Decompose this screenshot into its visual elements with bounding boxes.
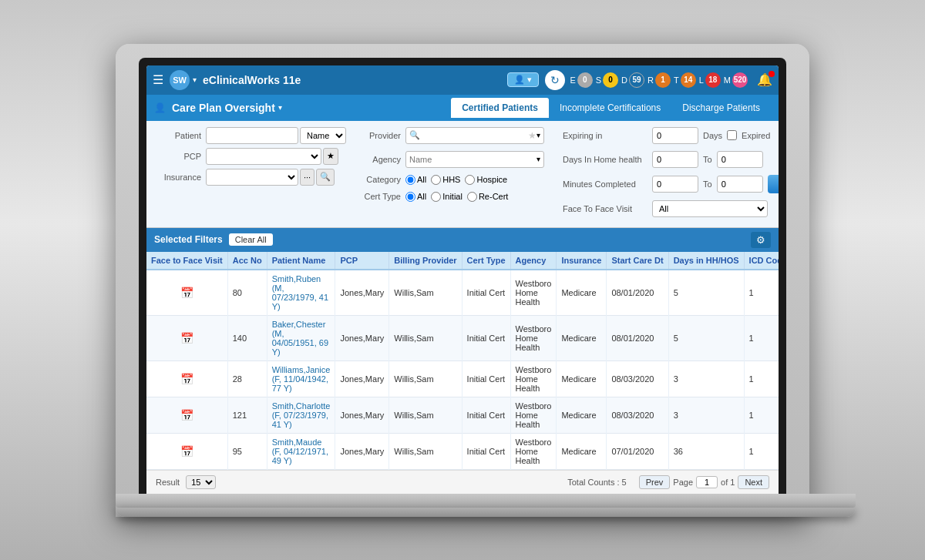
cell-icd-code: 1	[744, 315, 779, 360]
face-visit-icon[interactable]: 📅	[180, 445, 193, 458]
tab-discharge-patients[interactable]: Discharge Patients	[671, 98, 771, 118]
face-visit-select[interactable]: All	[652, 200, 768, 217]
cell-insurance: Medicare	[557, 270, 607, 316]
next-button[interactable]: Next	[738, 475, 769, 489]
badge-e-label: E	[570, 75, 575, 85]
cell-patient-name: Williams,Janice (F, 11/04/1942, 77 Y)	[267, 360, 335, 397]
cell-pcp: Jones,Mary	[335, 433, 389, 469]
patient-name-link[interactable]: Smith,Ruben (M, 07/23/1979, 41 Y)	[272, 274, 328, 311]
cert-all-label[interactable]: All	[405, 192, 426, 202]
cell-cert-type: Initial Cert	[462, 397, 510, 433]
col-acc-no: Acc No	[227, 252, 267, 270]
category-all-radio[interactable]	[405, 175, 415, 185]
cell-face-visit[interactable]: 📅	[146, 315, 227, 360]
module-dropdown-icon[interactable]: ▾	[278, 103, 282, 112]
category-hospice-radio[interactable]	[465, 175, 475, 185]
cell-pcp: Jones,Mary	[335, 315, 389, 360]
provider-input[interactable]	[420, 131, 528, 140]
patient-name-link[interactable]: Smith,Charlotte (F, 07/23/1979, 41 Y)	[272, 401, 331, 429]
cell-cert-type: Initial Cert	[462, 360, 510, 397]
category-hhs-label[interactable]: HHS	[431, 175, 460, 185]
minutes-completed-input[interactable]	[652, 176, 698, 193]
face-visit-icon[interactable]: 📅	[180, 373, 193, 385]
cell-patient-name: Smith,Maude (F, 04/12/1971, 49 Y)	[267, 433, 335, 469]
tab-certified-patients[interactable]: Certified Patients	[451, 98, 549, 118]
pcp-select[interactable]	[206, 148, 321, 165]
insurance-select[interactable]	[206, 169, 298, 186]
badge-s-label: S	[596, 75, 601, 85]
pcp-favorite-button[interactable]: ★	[323, 148, 338, 165]
badge-l-value: 18	[705, 72, 721, 88]
category-all-label[interactable]: All	[405, 175, 426, 185]
cell-face-visit[interactable]: 📅	[146, 270, 227, 316]
cell-insurance: Medicare	[557, 360, 607, 397]
insurance-search-button[interactable]: 🔍	[316, 169, 335, 186]
user-dropdown-icon[interactable]: ▾	[193, 75, 197, 84]
filter-area: Patient Name PCP	[146, 121, 779, 228]
agency-dropdown-icon[interactable]: ▾	[536, 155, 540, 163]
agency-filter-row: Agency ▾	[355, 151, 544, 168]
clear-all-button[interactable]: Clear All	[229, 233, 273, 246]
expiring-input[interactable]	[652, 127, 698, 144]
face-visit-icon[interactable]: 📅	[180, 409, 193, 421]
prev-button[interactable]: Prev	[639, 475, 671, 489]
sub-nav: 👤 Care Plan Oversight ▾ Certified Patien…	[146, 95, 779, 121]
patient-name-link[interactable]: Baker,Chester (M, 04/05/1951, 69 Y)	[272, 320, 328, 357]
days-home-health-to-input[interactable]	[717, 151, 763, 168]
table-row: 📅 121 Smith,Charlotte (F, 07/23/1979, 41…	[146, 397, 779, 433]
notification-button[interactable]: 🔔	[757, 72, 772, 87]
patient-name-link[interactable]: Smith,Maude (F, 04/12/1971, 49 Y)	[272, 438, 328, 465]
insurance-more-button[interactable]: ···	[300, 169, 314, 186]
user-icon: 👤	[514, 75, 525, 85]
cell-face-visit[interactable]: 📅	[146, 360, 227, 397]
filter-left: Patient Name PCP	[156, 127, 346, 221]
days-home-health-input[interactable]	[652, 151, 698, 168]
pcp-label: PCP	[156, 152, 206, 161]
cert-all-radio[interactable]	[405, 192, 415, 202]
page-nav: Prev Page of 1 Next	[639, 475, 769, 489]
hamburger-icon[interactable]: ☰	[153, 72, 163, 87]
cell-face-visit[interactable]: 📅	[146, 433, 227, 469]
badge-l: L 18	[699, 72, 721, 88]
cell-start-care-dt: 08/01/2020	[607, 315, 668, 360]
cell-insurance: Medicare	[557, 397, 607, 433]
cell-start-care-dt: 08/03/2020	[607, 360, 668, 397]
minutes-to-input[interactable]	[717, 176, 763, 193]
category-hospice-label[interactable]: Hospice	[465, 175, 507, 185]
badge-d: D 59	[621, 72, 644, 88]
patient-sort-select[interactable]: Name	[300, 127, 346, 144]
category-hhs-radio[interactable]	[431, 175, 441, 185]
badge-m-label: M	[724, 75, 731, 85]
pcp-filter-row: PCP ★	[156, 148, 346, 165]
expired-checkbox[interactable]	[727, 130, 737, 140]
provider-favorite-icon[interactable]: ★	[528, 130, 536, 141]
result-select[interactable]: 15 25 50	[186, 475, 216, 489]
col-billing-provider: Billing Provider	[389, 252, 462, 270]
page-input[interactable]	[696, 476, 718, 488]
tab-incomplete-certifications[interactable]: Incomplete Certifications	[549, 98, 671, 118]
cert-initial-label[interactable]: Initial	[431, 192, 462, 202]
col-patient-name: Patient Name	[267, 252, 335, 270]
settings-gear-button[interactable]: ⚙	[751, 232, 771, 248]
cert-recert-label[interactable]: Re-Cert	[467, 192, 509, 202]
cert-recert-radio[interactable]	[467, 192, 477, 202]
face-visit-icon[interactable]: 📅	[180, 287, 193, 299]
pagination-bar: Result 15 25 50 Total Counts : 5 Prev Pa…	[146, 470, 779, 494]
user-icon-arrow: ▾	[527, 75, 532, 85]
patient-input[interactable]	[206, 127, 298, 144]
badge-e: E 0	[570, 72, 592, 88]
badge-t: T 14	[674, 72, 696, 88]
cert-type-filter-row: Cert Type All Initial Re-Cert	[355, 192, 544, 202]
to-label-1: To	[703, 155, 712, 164]
cell-days-hh: 3	[668, 360, 744, 397]
cert-initial-radio[interactable]	[431, 192, 441, 202]
patient-name-link[interactable]: Williams,Janice (F, 11/04/1942, 77 Y)	[272, 365, 331, 393]
filter-button[interactable]: Filter	[768, 175, 779, 193]
agency-input[interactable]	[409, 155, 536, 164]
provider-dropdown-icon[interactable]: ▾	[536, 131, 540, 139]
user-menu-button[interactable]: 👤 ▾	[507, 72, 539, 87]
app-name: eClinicalWorks 11e	[203, 74, 507, 86]
refresh-button[interactable]: ↻	[545, 70, 565, 90]
cell-face-visit[interactable]: 📅	[146, 397, 227, 433]
face-visit-icon[interactable]: 📅	[180, 332, 193, 344]
